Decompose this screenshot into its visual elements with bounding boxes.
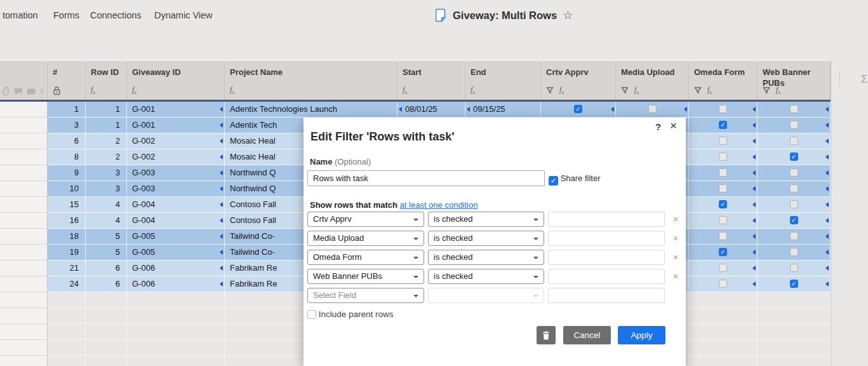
row-gutter-cell[interactable]	[0, 276, 48, 292]
empty-cell[interactable]	[0, 340, 48, 356]
help-icon[interactable]: ?	[655, 121, 661, 132]
web-banner-pubs-cell[interactable]	[758, 197, 831, 213]
empty-cell[interactable]	[758, 292, 831, 308]
condition-operator-select[interactable]: is checked	[428, 231, 544, 246]
giveaway-id-cell[interactable]: G-001	[127, 102, 225, 118]
end-date-cell[interactable]: 09/15/25	[465, 102, 541, 118]
include-parent-checkbox[interactable]	[307, 310, 316, 319]
empty-cell[interactable]	[758, 308, 831, 324]
giveaway-id-cell[interactable]: G-006	[127, 261, 225, 276]
empty-cell[interactable]	[0, 308, 48, 324]
row-id-cell[interactable]: 4	[86, 213, 127, 229]
media-upload-cell[interactable]	[616, 102, 689, 118]
column-header[interactable]: Media Uploadfx	[616, 61, 689, 100]
filter-name-input[interactable]	[307, 170, 545, 186]
empty-cell[interactable]	[0, 292, 48, 308]
empty-cell[interactable]	[689, 308, 758, 324]
row-checkbox[interactable]	[790, 232, 798, 240]
empty-cell[interactable]	[689, 292, 758, 308]
condition-field-select[interactable]: Omeda Form	[307, 250, 424, 265]
omeda-form-cell[interactable]: ✓	[689, 245, 758, 261]
row-checkbox[interactable]	[790, 248, 798, 256]
empty-cell[interactable]	[48, 324, 86, 340]
row-number-cell[interactable]: 8	[48, 149, 86, 165]
row-number-cell[interactable]: 16	[48, 213, 86, 229]
omeda-form-cell[interactable]	[689, 133, 758, 149]
remove-condition-icon[interactable]: ×	[671, 271, 681, 281]
column-header[interactable]: #	[48, 61, 86, 100]
row-checkbox[interactable]	[790, 105, 798, 113]
web-banner-pubs-cell[interactable]	[758, 133, 831, 149]
column-header[interactable]: Web Banner PUBsfx	[758, 61, 831, 100]
empty-cell[interactable]	[127, 324, 225, 340]
row-gutter-cell[interactable]	[0, 165, 48, 181]
empty-cell[interactable]	[86, 292, 127, 308]
row-checkbox[interactable]: ✓	[790, 216, 798, 224]
empty-cell[interactable]	[0, 324, 48, 340]
condition-field-select[interactable]: Media Upload	[307, 231, 424, 246]
row-checkbox[interactable]: ✓	[574, 105, 582, 113]
column-header[interactable]: Crtv Apprvfx	[541, 61, 616, 100]
crtv-apprv-cell[interactable]: ✓	[541, 102, 616, 118]
row-number-cell[interactable]: 15	[48, 197, 86, 213]
row-gutter-cell[interactable]	[0, 181, 48, 197]
row-id-cell[interactable]: 1	[86, 102, 127, 118]
row-number-cell[interactable]: 21	[48, 261, 86, 276]
omeda-form-cell[interactable]	[689, 261, 758, 276]
menu-item-connections[interactable]: Connections	[90, 10, 142, 20]
row-number-cell[interactable]: 3	[48, 118, 86, 133]
menu-item-forms[interactable]: Forms	[53, 10, 79, 20]
empty-cell[interactable]	[127, 340, 225, 356]
favorite-star-icon[interactable]: ☆	[563, 10, 573, 21]
row-id-cell[interactable]: 2	[86, 149, 127, 165]
row-gutter-cell[interactable]	[0, 102, 48, 118]
omeda-form-cell[interactable]	[689, 181, 758, 197]
menu-item-automation[interactable]: tomation	[3, 10, 38, 20]
empty-cell[interactable]	[127, 308, 225, 324]
row-checkbox[interactable]: ✓	[719, 121, 727, 129]
row-checkbox[interactable]: ✓	[719, 200, 727, 208]
new-condition-operator-select[interactable]	[428, 288, 544, 303]
row-checkbox[interactable]	[719, 168, 727, 177]
cancel-button[interactable]: Cancel	[563, 326, 611, 344]
row-checkbox[interactable]	[719, 137, 727, 145]
condition-operator-select[interactable]: is checked	[428, 212, 544, 227]
row-id-cell[interactable]: 5	[86, 245, 127, 261]
web-banner-pubs-cell[interactable]: ✓	[758, 276, 831, 292]
web-banner-pubs-cell[interactable]	[758, 261, 831, 276]
web-banner-pubs-cell[interactable]	[758, 181, 831, 197]
row-gutter-cell[interactable]	[0, 245, 48, 261]
row-number-cell[interactable]: 18	[48, 229, 86, 245]
column-header[interactable]: Row IDfx	[86, 61, 127, 100]
row-id-cell[interactable]: 6	[86, 276, 127, 292]
giveaway-id-cell[interactable]: G-002	[127, 149, 225, 165]
row-id-cell[interactable]: 3	[86, 181, 127, 197]
empty-cell[interactable]	[758, 340, 831, 356]
condition-field-select[interactable]: Web Banner PUBs	[307, 269, 424, 284]
giveaway-id-cell[interactable]: G-005	[127, 245, 225, 261]
row-id-cell[interactable]: 2	[86, 133, 127, 149]
row-checkbox[interactable]	[719, 216, 727, 224]
row-id-cell[interactable]: 4	[86, 197, 127, 213]
row-checkbox[interactable]	[719, 264, 727, 272]
web-banner-pubs-cell[interactable]	[758, 118, 831, 133]
condition-value-input[interactable]	[548, 250, 665, 265]
empty-cell[interactable]	[127, 356, 225, 366]
empty-cell[interactable]	[86, 356, 127, 366]
omeda-form-cell[interactable]	[689, 149, 758, 165]
giveaway-id-cell[interactable]: G-003	[127, 165, 225, 181]
row-checkbox[interactable]	[790, 121, 798, 129]
row-checkbox[interactable]	[719, 152, 727, 161]
empty-cell[interactable]	[48, 308, 86, 324]
empty-cell[interactable]	[86, 308, 127, 324]
row-id-cell[interactable]: 3	[86, 165, 127, 181]
column-header[interactable]: Project Namefx	[225, 61, 397, 100]
row-checkbox[interactable]: ✓	[790, 280, 798, 288]
condition-field-select[interactable]: Crtv Apprv	[307, 212, 424, 227]
giveaway-id-cell[interactable]: G-001	[127, 118, 225, 133]
column-header[interactable]: Endfx	[465, 61, 541, 100]
column-header[interactable]: Startfx	[397, 61, 465, 100]
web-banner-pubs-cell[interactable]	[758, 229, 831, 245]
match-mode-link[interactable]: at least one condition	[400, 200, 478, 210]
row-number-cell[interactable]: 19	[48, 245, 86, 261]
